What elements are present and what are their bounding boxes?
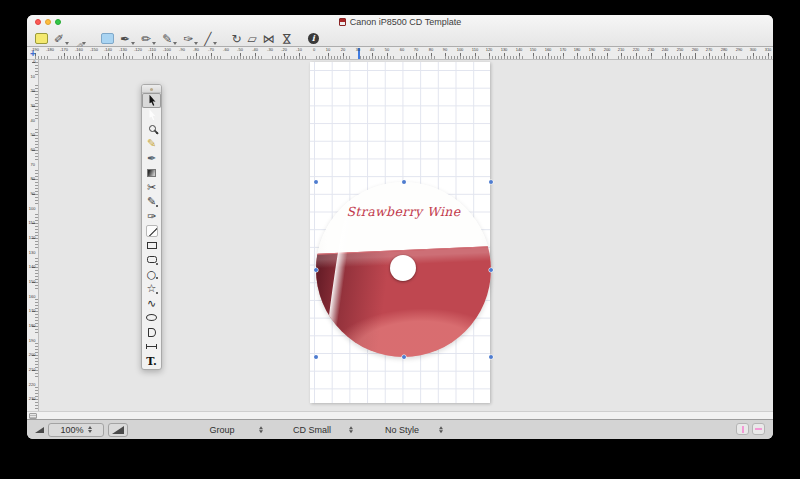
step-down-icon: [88, 430, 92, 433]
ruler-number: -180: [46, 47, 54, 52]
stroke-color-swatch[interactable]: [101, 33, 114, 44]
pen-dashed-tool[interactable]: ✎: [162, 31, 177, 46]
status-bar: 100% GroupCD SmallNo Style: [27, 419, 773, 439]
ruler-number: 220: [28, 382, 35, 387]
ruler-number: -110: [148, 47, 156, 52]
palette-close-icon[interactable]: [150, 88, 153, 91]
style-popup[interactable]: No Style: [357, 420, 447, 439]
ruler-number: -40: [252, 47, 258, 52]
horizontal-scrollbar-track[interactable]: [27, 411, 773, 419]
ruler-number: 190: [28, 338, 35, 343]
curve-tool[interactable]: ∿: [142, 296, 161, 311]
brush-tool[interactable]: ╱: [204, 31, 216, 46]
tool-palette[interactable]: ✎✒✂✎✑○☆∿T.: [141, 84, 162, 370]
document-page[interactable]: Strawberry Wine: [310, 62, 490, 403]
brush-tool-icon: ╱: [204, 32, 211, 46]
window-chrome: Canon iP8500 CD Template ✐✐✒✏✎✑╱↻▱⋈⋈i: [27, 15, 773, 47]
airbrush-stroke-tool[interactable]: ✐: [75, 31, 86, 46]
ruler-number: 30: [355, 47, 359, 52]
line-tool[interactable]: [142, 224, 161, 239]
tool-option-dot: [156, 277, 158, 279]
ruler-number: 260: [691, 47, 698, 52]
fill-color-swatch[interactable]: [35, 33, 48, 44]
page-size-popup[interactable]: CD Small: [267, 420, 357, 439]
eyedropper-tool[interactable]: ✒: [142, 151, 161, 166]
star-tool[interactable]: ☆: [142, 282, 161, 297]
rotate-tool[interactable]: ↻: [232, 31, 242, 46]
selection-handle[interactable]: [314, 268, 318, 272]
direct-selection-arrow-tool[interactable]: [142, 108, 161, 123]
curve-icon: ∿: [147, 298, 156, 309]
flip-horizontal-tool[interactable]: ⋈: [263, 31, 275, 46]
ruler-number: 70: [414, 47, 418, 52]
ruler-number: 40: [370, 47, 374, 52]
chevron-down-icon: [173, 42, 177, 45]
info-button[interactable]: i: [308, 31, 319, 46]
flip-vertical-tool[interactable]: ⋈: [281, 31, 293, 46]
selection-arrow-tool[interactable]: [142, 93, 161, 108]
airbrush-fill-tool[interactable]: ✐: [54, 31, 69, 46]
zoom-stepper[interactable]: [88, 426, 92, 434]
pencil-tool[interactable]: ✎: [142, 195, 161, 210]
zoom-level-field[interactable]: 100%: [48, 423, 104, 437]
gradient-tool[interactable]: [142, 166, 161, 181]
zoom-out-icon[interactable]: [35, 427, 44, 433]
info-button-icon: i: [308, 33, 319, 44]
ruler-number: 240: [662, 47, 669, 52]
ruler-number: 290: [735, 47, 742, 52]
zoom-tool[interactable]: [142, 122, 161, 137]
selection-handle[interactable]: [489, 268, 493, 272]
canvas-area[interactable]: Strawberry Wine ✎✒✂✎✑○☆∿T.: [39, 60, 773, 411]
text-tool[interactable]: T.: [142, 354, 161, 369]
step-up-icon: [439, 426, 443, 429]
ruler-number: -120: [134, 47, 142, 52]
scissors-tool[interactable]: ✂: [142, 180, 161, 195]
rounded-rectangle-icon: [147, 256, 157, 263]
selection-handle[interactable]: [402, 355, 406, 359]
palette-title-bar[interactable]: [142, 85, 161, 93]
rectangle-tool[interactable]: [142, 238, 161, 253]
ruler-number: 100: [28, 206, 35, 211]
skew-tool-icon: ▱: [248, 32, 257, 46]
vertical-rule-toggle-button[interactable]: [736, 423, 749, 435]
selection-handle[interactable]: [402, 180, 406, 184]
ruler-number: 170: [559, 47, 566, 52]
rounded-rectangle-tool[interactable]: [142, 253, 161, 268]
pen-hook-tool[interactable]: ✑: [183, 31, 198, 46]
horizontal-rule-toggle-button[interactable]: [752, 423, 765, 435]
ruler-number: 210: [28, 368, 35, 373]
arrange-popup[interactable]: Group: [177, 420, 267, 439]
selection-handle[interactable]: [314, 355, 318, 359]
title-bar[interactable]: Canon iP8500 CD Template: [27, 15, 773, 28]
ruler-number: 170: [28, 309, 35, 314]
dimension-tool[interactable]: [142, 340, 161, 355]
vertical-ruler[interactable]: 0102030405060708090100110120130140150160…: [27, 60, 39, 411]
arrange-popup-label: Group: [209, 425, 234, 435]
corner-shape-tool[interactable]: [142, 325, 161, 340]
desktop-background: Canon iP8500 CD Template ✐✐✒✏✎✑╱↻▱⋈⋈i + …: [0, 0, 800, 479]
ruler-number: 10: [31, 74, 35, 79]
zoom-in-button[interactable]: [108, 423, 128, 437]
horizontal-ruler[interactable]: + -190-180-170-160-150-140-130-120-110-1…: [27, 47, 773, 60]
ruler-number: 220: [633, 47, 640, 52]
pen-lines-tool-icon: ✏: [141, 32, 151, 46]
oval-tool[interactable]: [142, 311, 161, 326]
circle-tool[interactable]: ○: [142, 267, 161, 282]
toolbar: ✐✐✒✏✎✑╱↻▱⋈⋈i: [35, 29, 769, 47]
dimension-icon: [146, 344, 157, 349]
cd-title-text[interactable]: Strawberry Wine: [316, 204, 491, 219]
magnifier-icon: [149, 125, 156, 132]
ink-bottle-tool[interactable]: ✑: [142, 209, 161, 224]
marker-tool[interactable]: ✎: [142, 137, 161, 152]
pen-lines-tool[interactable]: ✏: [141, 31, 156, 46]
selection-handle[interactable]: [314, 180, 318, 184]
ruler-number: -60: [223, 47, 229, 52]
ink-bottle-icon: ✑: [147, 211, 156, 222]
selection-handle[interactable]: [489, 355, 493, 359]
skew-tool[interactable]: ▱: [248, 31, 257, 46]
flip-horizontal-tool-icon: ⋈: [263, 32, 275, 46]
cd-label-artwork[interactable]: Strawberry Wine: [316, 182, 491, 357]
pen-corner-tool[interactable]: ✒: [120, 31, 135, 46]
v-bar-icon: [742, 426, 744, 433]
selection-handle[interactable]: [489, 180, 493, 184]
